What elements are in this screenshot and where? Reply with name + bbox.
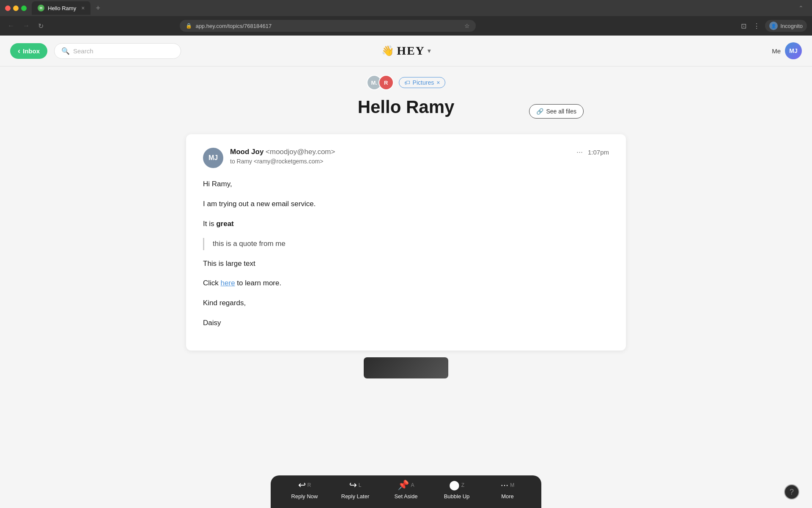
email-card-header: MJ Mood Joy <moodjoy@hey.com> to Ramy <r… <box>203 148 609 168</box>
sender-avatar-r: R <box>379 75 394 90</box>
traffic-lights <box>5 6 27 11</box>
more-icon: ··· <box>501 480 508 491</box>
inbox-arrow-icon: ‹ <box>18 47 20 55</box>
email-line2-prefix: It is <box>203 220 216 228</box>
avatar-group: M. R <box>367 75 394 90</box>
email-time-area: ··· 1:07pm <box>576 148 609 157</box>
browser-actions: ⊡ ⋮ 👤 Incognito <box>739 20 807 32</box>
lock-icon: 🔒 <box>186 23 192 29</box>
tab-favicon: H <box>38 5 44 11</box>
help-button[interactable]: ? <box>784 484 799 500</box>
minimize-traffic-light[interactable] <box>13 6 19 11</box>
email-time: 1:07pm <box>588 149 609 156</box>
title-row: Hello Ramy 🔗 See all files <box>186 97 626 126</box>
see-all-files-button[interactable]: 🔗 See all files <box>529 104 584 119</box>
address-bar: ← → ↻ 🔒 app.hey.com/topics/768184617 ☆ ⊡… <box>0 16 812 36</box>
email-card: MJ Mood Joy <moodjoy@hey.com> to Ramy <r… <box>186 134 626 351</box>
user-name: Me <box>772 47 781 55</box>
reply-later-icon: ↩ <box>349 480 357 491</box>
tab-close-button[interactable]: × <box>81 5 85 11</box>
set-aside-label: Set Aside <box>395 493 418 500</box>
profile-icon: 👤 <box>769 22 778 30</box>
reply-later-label: Reply Later <box>341 493 369 500</box>
new-tab-button[interactable]: + <box>92 4 104 13</box>
inbox-label: Inbox <box>23 47 40 55</box>
search-bar[interactable]: 🔍 Search <box>54 43 181 59</box>
profile-name: Incognito <box>780 23 803 29</box>
reply-later-key: L <box>359 482 362 488</box>
refresh-button[interactable]: ↻ <box>36 20 46 32</box>
hey-wave-icon: 👋 <box>381 45 394 57</box>
set-aside-button[interactable]: 📌 A Set Aside <box>389 480 423 500</box>
email-body: Hi Ramy, I am trying out a new email ser… <box>203 178 609 329</box>
email-signature: Daisy <box>203 317 609 329</box>
browser-menu-icon[interactable]: ⋮ <box>752 20 762 32</box>
email-line4-prefix: Click <box>203 279 221 287</box>
app-header: ‹ Inbox 🔍 Search 👋 HEY ▾ Me MJ <box>0 36 812 66</box>
bubble-up-button[interactable]: ⬤ Z Bubble Up <box>440 480 474 500</box>
app-content: ‹ Inbox 🔍 Search 👋 HEY ▾ Me MJ M. <box>0 36 812 508</box>
email-line4: Click here to learn more. <box>203 277 609 290</box>
bubble-up-label: Bubble Up <box>444 493 470 500</box>
email-title: Hello Ramy <box>358 97 455 117</box>
tab-title: Hello Ramy <box>48 5 76 11</box>
reader-mode-icon[interactable]: ⊡ <box>739 20 748 32</box>
inbox-button[interactable]: ‹ Inbox <box>10 43 47 59</box>
search-icon: 🔍 <box>61 47 70 55</box>
see-all-files-label: See all files <box>546 108 576 115</box>
tag-remove-button[interactable]: × <box>436 79 440 86</box>
hey-logo[interactable]: 👋 HEY ▾ <box>381 44 431 58</box>
forward-button[interactable]: → <box>20 20 32 31</box>
url-text: app.hey.com/topics/768184617 <box>195 23 461 29</box>
email-line3: This is large text <box>203 258 609 270</box>
email-more-button[interactable]: ··· <box>576 148 583 157</box>
email-line4-suffix: to learn more. <box>235 279 282 287</box>
sender-email: <moodjoy@hey.com> <box>266 148 335 156</box>
close-traffic-light[interactable] <box>5 6 11 11</box>
email-link[interactable]: here <box>221 279 235 287</box>
sender-info: MJ Mood Joy <moodjoy@hey.com> to Ramy <r… <box>203 148 335 168</box>
reply-now-label: Reply Now <box>291 493 318 500</box>
expand-icon[interactable]: ⌃ <box>795 5 807 11</box>
more-button[interactable]: ··· M More <box>491 480 524 500</box>
hey-text: HEY <box>397 44 425 58</box>
email-thumbnail <box>364 357 448 378</box>
user-avatar[interactable]: MJ <box>785 42 802 59</box>
bubble-up-icon: ⬤ <box>449 480 460 491</box>
active-tab[interactable]: H Hello Ramy × <box>32 1 91 15</box>
bubble-up-key: Z <box>461 482 464 488</box>
tabs-bar: H Hello Ramy × + <box>32 1 795 15</box>
hey-chevron-icon[interactable]: ▾ <box>428 47 431 54</box>
sender-name: Mood Joy <moodjoy@hey.com> <box>230 148 335 156</box>
reply-later-button[interactable]: ↩ L Reply Later <box>338 480 372 500</box>
tag-label: Pictures <box>413 79 434 86</box>
email-meta: M. R 🏷 Pictures × <box>367 75 446 90</box>
tag-icon: 🏷 <box>404 79 410 86</box>
bottom-toolbar: ↩ R Reply Now ↩ L Reply Later 📌 A Set As… <box>271 475 541 508</box>
email-blockquote: this is a quote from me <box>203 238 609 250</box>
email-line2-bold: great <box>216 220 234 228</box>
fullscreen-traffic-light[interactable] <box>21 6 27 11</box>
pictures-tag[interactable]: 🏷 Pictures × <box>399 77 446 88</box>
back-button[interactable]: ← <box>5 20 17 31</box>
nav-buttons: ← → ↻ <box>5 20 46 32</box>
reply-now-key: R <box>307 482 311 488</box>
reply-now-icon: ↩ <box>298 480 306 491</box>
see-all-files-icon: 🔗 <box>536 108 543 115</box>
set-aside-key: A <box>411 482 414 488</box>
more-label: More <box>501 493 514 500</box>
email-line2: It is great <box>203 218 609 230</box>
url-bar[interactable]: 🔒 app.hey.com/topics/768184617 ☆ <box>180 20 476 32</box>
email-closing: Kind regards, <box>203 297 609 309</box>
email-line1: I am trying out a new email service. <box>203 198 609 210</box>
email-view: M. R 🏷 Pictures × Hello Ramy 🔗 See all f… <box>0 66 812 508</box>
search-placeholder: Search <box>73 47 93 55</box>
email-greeting: Hi Ramy, <box>203 178 609 190</box>
user-area: Me MJ <box>772 42 802 59</box>
email-content-area: M. R 🏷 Pictures × Hello Ramy 🔗 See all f… <box>0 75 812 383</box>
to-line: to Ramy <ramy@rocketgems.com> <box>230 158 335 165</box>
sender-avatar: MJ <box>203 148 223 168</box>
reply-now-button[interactable]: ↩ R Reply Now <box>288 480 321 500</box>
bookmark-icon[interactable]: ☆ <box>464 22 470 29</box>
profile-button[interactable]: 👤 Incognito <box>765 20 807 32</box>
